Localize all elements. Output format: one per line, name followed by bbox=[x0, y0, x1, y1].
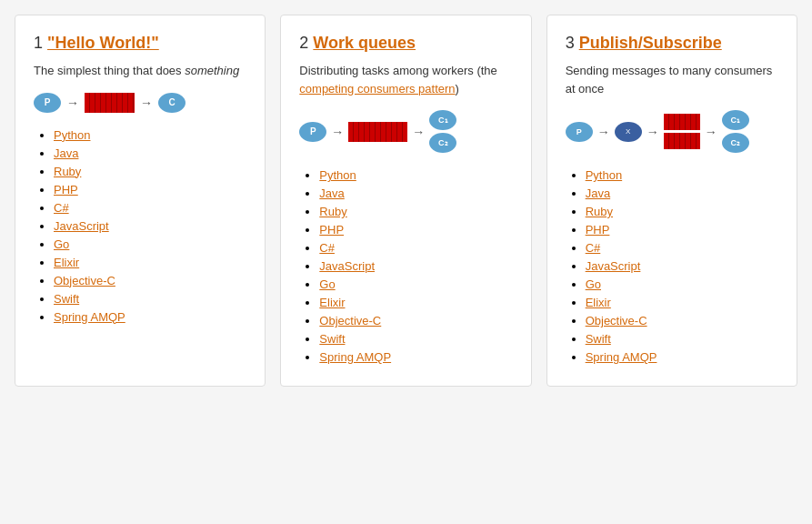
link-javascript-2[interactable]: JavaScript bbox=[319, 259, 375, 273]
queue-column-3 bbox=[664, 114, 700, 149]
arrow-3-2: → bbox=[647, 125, 659, 139]
link-objc-2[interactable]: Objective-C bbox=[319, 314, 381, 328]
arrow-3-3: → bbox=[705, 125, 717, 139]
consumer-2-oval-3: C₂ bbox=[722, 133, 749, 153]
list-item: Ruby bbox=[319, 204, 512, 218]
link-php[interactable]: PHP bbox=[54, 183, 78, 196]
link-csharp-3[interactable]: C# bbox=[586, 241, 601, 255]
link-ruby-2[interactable]: Ruby bbox=[319, 205, 346, 218]
link-java[interactable]: Java bbox=[54, 146, 78, 160]
list-item: Elixir bbox=[54, 255, 246, 269]
list-item: Java bbox=[586, 186, 778, 200]
arrow-2: → bbox=[140, 96, 153, 110]
link-javascript-3[interactable]: JavaScript bbox=[586, 259, 641, 273]
link-javascript[interactable]: JavaScript bbox=[54, 219, 109, 233]
queue-block-2 bbox=[348, 122, 407, 142]
producer-oval-2: P bbox=[299, 122, 326, 142]
card-3-description: Sending messages to many consumers at on… bbox=[566, 62, 778, 97]
list-item: Go bbox=[319, 277, 512, 291]
list-item: Go bbox=[586, 277, 778, 291]
link-elixir[interactable]: Elixir bbox=[54, 256, 79, 269]
card-1-diagram: P → → C bbox=[34, 93, 246, 113]
cards-container: 1 "Hello World!" The simplest thing that… bbox=[15, 15, 797, 387]
card-1-title-link[interactable]: "Hello World!" bbox=[47, 34, 159, 52]
list-item: Ruby bbox=[54, 164, 246, 178]
card-3-number: 3 bbox=[566, 34, 579, 52]
card-1-links: Python Java Ruby PHP C# JavaScript Go El… bbox=[34, 127, 246, 324]
list-item: Spring AMQP bbox=[54, 309, 246, 324]
list-item: Objective-C bbox=[319, 313, 512, 328]
arrow-2-2: → bbox=[412, 125, 425, 139]
link-python-2[interactable]: Python bbox=[319, 168, 356, 182]
list-item: Swift bbox=[319, 331, 512, 346]
link-swift[interactable]: Swift bbox=[54, 292, 79, 306]
link-ruby[interactable]: Ruby bbox=[54, 165, 81, 178]
queue-block bbox=[85, 93, 135, 113]
list-item: Elixir bbox=[586, 295, 778, 309]
arrow-1: → bbox=[66, 96, 79, 110]
link-go[interactable]: Go bbox=[54, 237, 69, 251]
list-item: Java bbox=[319, 186, 512, 200]
link-java-2[interactable]: Java bbox=[319, 186, 344, 200]
list-item: Objective-C bbox=[586, 313, 778, 328]
link-php-3[interactable]: PHP bbox=[586, 223, 610, 237]
consumer-2-oval: C₂ bbox=[429, 133, 456, 153]
card-1-number: 1 bbox=[34, 34, 47, 52]
link-python-3[interactable]: Python bbox=[586, 168, 622, 182]
list-item: Python bbox=[586, 167, 778, 182]
list-item: Spring AMQP bbox=[319, 349, 512, 364]
link-go-3[interactable]: Go bbox=[586, 277, 601, 291]
link-swift-2[interactable]: Swift bbox=[319, 332, 345, 346]
link-spring-2[interactable]: Spring AMQP bbox=[319, 350, 391, 364]
link-objc-3[interactable]: Objective-C bbox=[586, 314, 647, 328]
consumer-stack-3: C₁ C₂ bbox=[722, 110, 749, 153]
link-elixir-3[interactable]: Elixir bbox=[586, 296, 611, 309]
card-2-number: 2 bbox=[299, 34, 313, 52]
link-spring[interactable]: Spring AMQP bbox=[54, 310, 125, 324]
link-python[interactable]: Python bbox=[54, 128, 90, 142]
list-item: Swift bbox=[54, 291, 246, 306]
link-objc[interactable]: Objective-C bbox=[54, 274, 115, 287]
list-item: JavaScript bbox=[54, 218, 246, 233]
link-csharp[interactable]: C# bbox=[54, 201, 69, 215]
list-item: PHP bbox=[586, 222, 778, 237]
list-item: Go bbox=[54, 237, 246, 251]
card-2-description: Distributing tasks among workers (the co… bbox=[299, 62, 512, 97]
list-item: Objective-C bbox=[54, 273, 246, 287]
card-2-title-link[interactable]: Work queues bbox=[313, 34, 416, 52]
link-ruby-3[interactable]: Ruby bbox=[586, 205, 613, 218]
competing-consumers-link[interactable]: competing consumers pattern bbox=[299, 82, 455, 96]
list-item: Java bbox=[54, 146, 246, 160]
card-pubsub: 3 Publish/Subscribe Sending messages to … bbox=[546, 15, 797, 387]
list-item: Spring AMQP bbox=[586, 349, 778, 364]
arrow-2-1: → bbox=[331, 125, 344, 139]
link-swift-3[interactable]: Swift bbox=[586, 332, 611, 346]
list-item: Python bbox=[319, 167, 512, 182]
card-3-title: 3 Publish/Subscribe bbox=[566, 34, 778, 53]
list-item: C# bbox=[319, 240, 512, 255]
card-3-links: Python Java Ruby PHP C# JavaScript Go El… bbox=[566, 167, 778, 364]
list-item: JavaScript bbox=[319, 258, 512, 273]
queue-block-3a bbox=[664, 114, 700, 130]
producer-oval-3: P bbox=[566, 122, 593, 142]
consumer-oval: C bbox=[158, 93, 185, 113]
card-3-title-link[interactable]: Publish/Subscribe bbox=[579, 34, 722, 52]
producer-oval: P bbox=[34, 93, 61, 113]
card-work-queues: 2 Work queues Distributing tasks among w… bbox=[280, 15, 531, 387]
list-item: Elixir bbox=[319, 295, 512, 309]
link-elixir-2[interactable]: Elixir bbox=[319, 296, 345, 309]
link-go-2[interactable]: Go bbox=[319, 277, 335, 291]
list-item: C# bbox=[54, 200, 246, 215]
queue-block-3b bbox=[664, 133, 700, 149]
link-csharp-2[interactable]: C# bbox=[319, 241, 335, 255]
consumer-stack-2: C₁ C₂ bbox=[429, 110, 456, 153]
list-item: Python bbox=[54, 127, 246, 142]
list-item: C# bbox=[586, 240, 778, 255]
link-spring-3[interactable]: Spring AMQP bbox=[586, 350, 657, 364]
list-item: JavaScript bbox=[586, 258, 778, 273]
link-java-3[interactable]: Java bbox=[586, 186, 610, 200]
card-2-links: Python Java Ruby PHP C# JavaScript Go El… bbox=[299, 167, 512, 364]
list-item: Swift bbox=[586, 331, 778, 346]
arrow-3-1: → bbox=[597, 125, 610, 139]
link-php-2[interactable]: PHP bbox=[319, 223, 344, 237]
